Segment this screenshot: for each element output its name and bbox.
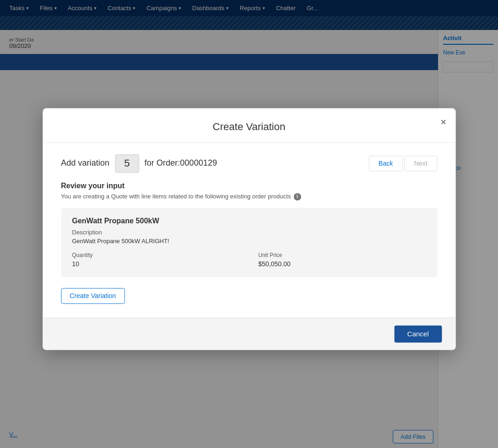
modal-close-button[interactable]: × bbox=[440, 117, 446, 127]
unit-price-field: Unit Price $50,050.00 bbox=[258, 252, 426, 268]
nav-buttons: Back Next bbox=[369, 155, 437, 171]
product-card: GenWatt Propane 500kW Description GenWat… bbox=[61, 208, 437, 277]
back-button[interactable]: Back bbox=[369, 155, 402, 171]
quantity-field: Quantity 10 bbox=[72, 252, 240, 268]
unit-price-value: $50,050.00 bbox=[258, 260, 426, 268]
modal-body: Add variation 5 for Order:00000129 Back … bbox=[42, 143, 456, 317]
quantity-label: Quantity bbox=[72, 252, 240, 258]
review-subtitle: You are creating a Quote with line items… bbox=[61, 193, 437, 200]
review-subtitle-text: You are creating a Quote with line items… bbox=[61, 193, 291, 200]
modal-header: Create Variation × bbox=[42, 108, 456, 143]
info-icon: i bbox=[294, 193, 301, 200]
quantity-value: 10 bbox=[72, 260, 240, 268]
cancel-button[interactable]: Cancel bbox=[394, 325, 442, 342]
create-variation-button[interactable]: Create Variation bbox=[61, 288, 125, 304]
product-fields: Quantity 10 Unit Price $50,050.00 bbox=[72, 252, 426, 268]
product-description-value: GenWatt Propane 500kW ALRIGHT! bbox=[72, 238, 426, 245]
product-description-label: Description bbox=[72, 229, 426, 236]
review-title: Review your input bbox=[61, 182, 437, 190]
variation-order: for Order:00000129 bbox=[144, 158, 363, 168]
modal-footer: Cancel bbox=[42, 317, 456, 350]
create-variation-modal: Create Variation × Add variation 5 for O… bbox=[42, 108, 456, 350]
product-name: GenWatt Propane 500kW bbox=[72, 217, 426, 225]
unit-price-label: Unit Price bbox=[258, 252, 426, 258]
variation-number: 5 bbox=[115, 154, 139, 173]
next-button[interactable]: Next bbox=[404, 155, 437, 171]
variation-line: Add variation 5 for Order:00000129 Back … bbox=[61, 154, 437, 173]
modal-title: Create Variation bbox=[56, 121, 442, 133]
variation-prefix: Add variation bbox=[61, 158, 109, 168]
